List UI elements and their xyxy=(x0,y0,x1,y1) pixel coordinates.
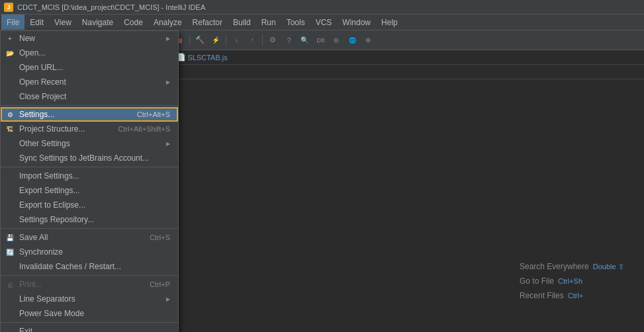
tool2[interactable]: ⚡ xyxy=(208,33,223,48)
go-to-file-label: Go to File xyxy=(520,276,554,286)
menu-item-save-all[interactable]: 💾 Save All Ctrl+S xyxy=(1,230,178,245)
print-icon: 🖨 xyxy=(5,279,15,290)
recent-files-hint: Recent Files Ctrl+ xyxy=(520,291,636,300)
menu-navigate[interactable]: Navigate xyxy=(77,15,118,30)
import-settings-label: Import Settings... xyxy=(19,171,79,181)
sep5 xyxy=(226,34,226,46)
menu-item-exit[interactable]: Exit xyxy=(1,324,178,332)
close-project-label: Close Project xyxy=(19,92,66,101)
help-btn[interactable]: ? xyxy=(281,33,296,48)
menu-file[interactable]: File xyxy=(1,15,24,30)
recent-files-label: Recent Files xyxy=(520,291,564,300)
open-label: Open... xyxy=(19,48,45,58)
open-recent-label: Open Recent xyxy=(19,77,66,87)
tool5[interactable]: ⊗ xyxy=(361,33,375,48)
recent-files-shortcut: Ctrl+ xyxy=(568,292,584,300)
menu-item-close-project[interactable]: Close Project xyxy=(1,89,178,104)
menu-item-synchronize[interactable]: 🔄 Synchronize xyxy=(1,245,178,259)
search-everywhere-hint: Search Everywhere Double ⇧ xyxy=(520,262,636,271)
new-label: New xyxy=(19,34,35,43)
sep4 xyxy=(1,275,178,276)
menu-item-open[interactable]: 📂 Open... xyxy=(1,46,178,60)
search-everywhere-label: Search Everywhere xyxy=(520,262,589,271)
invalidate-label: Invalidate Caches / Restart... xyxy=(19,262,121,271)
vcs-commit[interactable]: ↑ xyxy=(245,33,259,48)
menu-tools[interactable]: Tools xyxy=(281,15,310,30)
save-all-shortcut: Ctrl+S xyxy=(150,233,170,241)
menu-item-project-structure[interactable]: 🏗 Project Structure... Ctrl+Alt+Shift+S xyxy=(1,122,178,136)
db-btn[interactable]: DB xyxy=(313,33,328,48)
sep2 xyxy=(1,167,178,167)
menu-item-settings-repo[interactable]: Settings Repository... xyxy=(1,212,178,227)
menu-build[interactable]: Build xyxy=(228,15,256,30)
menu-item-line-separators[interactable]: Line Separators xyxy=(1,292,178,306)
menu-run[interactable]: Run xyxy=(256,15,281,30)
menu-item-export-settings[interactable]: Export Settings... xyxy=(1,183,178,198)
menu-vcs[interactable]: VCS xyxy=(310,15,338,30)
file-menu-dropdown: + New 📂 Open... Open URL... Open Recent … xyxy=(0,30,179,332)
app-icon: J xyxy=(4,3,13,12)
line-sep-label: Line Separators xyxy=(19,294,75,304)
save-all-label: Save All xyxy=(19,233,48,242)
export-settings-label: Export Settings... xyxy=(19,186,79,195)
sync-icon: 🔄 xyxy=(5,247,15,257)
open-icon: 📂 xyxy=(5,48,15,58)
menu-item-open-recent[interactable]: Open Recent xyxy=(1,75,178,89)
new-icon: + xyxy=(5,33,15,44)
menu-refactor[interactable]: Refactor xyxy=(187,15,228,30)
menu-item-other-settings[interactable]: Other Settings xyxy=(1,136,178,151)
keyboard-hints: Search Everywhere Double ⇧ Go to File Ct… xyxy=(512,257,644,306)
menu-item-import-settings[interactable]: Import Settings... xyxy=(1,169,178,183)
sep5 xyxy=(1,322,178,323)
menu-bar: File Edit View Navigate Code Analyze Ref… xyxy=(0,15,644,30)
synchronize-label: Synchronize xyxy=(19,247,63,257)
sync-settings-label: Sync Settings to JetBrains Account... xyxy=(19,153,149,163)
menu-item-new[interactable]: + New xyxy=(1,31,178,46)
tool4[interactable]: 🌐 xyxy=(345,33,359,48)
settings-repo-label: Settings Repository... xyxy=(19,215,94,224)
sep6 xyxy=(262,34,263,46)
print-shortcut: Ctrl+P xyxy=(150,280,170,288)
menu-item-power-save[interactable]: Power Save Mode xyxy=(1,306,178,321)
sep1 xyxy=(1,105,178,106)
menu-edit[interactable]: Edit xyxy=(24,15,49,30)
tool3[interactable]: ⊞ xyxy=(329,33,344,48)
window-title: CDCT_MCIS [D:\idea_project\CDCT_MCIS] - … xyxy=(17,3,205,11)
menu-window[interactable]: Window xyxy=(337,15,376,30)
menu-analyze[interactable]: Analyze xyxy=(148,15,187,30)
settings-btn[interactable]: ⚙ xyxy=(265,33,280,48)
export-eclipse-label: Export to Eclipse... xyxy=(19,200,85,210)
go-to-file-shortcut: Ctrl+Sh xyxy=(558,277,582,285)
go-to-file-hint: Go to File Ctrl+Sh xyxy=(520,276,636,286)
vcs-update[interactable]: ↓ xyxy=(229,33,244,48)
search-everywhere-shortcut: Double ⇧ xyxy=(593,263,624,271)
exit-label: Exit xyxy=(19,327,32,332)
save-all-icon: 💾 xyxy=(5,232,15,243)
find-btn[interactable]: 🔍 xyxy=(297,33,312,48)
project-structure-label: Project Structure... xyxy=(19,124,85,134)
project-structure-icon: 🏗 xyxy=(5,124,15,134)
menu-item-sync-settings[interactable]: Sync Settings to JetBrains Account... xyxy=(1,151,178,165)
settings-icon: ⚙ xyxy=(5,109,15,120)
settings-label: Settings... xyxy=(19,110,54,119)
open-url-label: Open URL... xyxy=(19,63,64,72)
menu-item-export-eclipse[interactable]: Export to Eclipse... xyxy=(1,198,178,212)
settings-shortcut: Ctrl+Alt+S xyxy=(137,110,170,118)
power-save-label: Power Save Mode xyxy=(19,309,84,318)
menu-item-invalidate[interactable]: Invalidate Caches / Restart... xyxy=(1,259,178,274)
sep3 xyxy=(1,228,178,229)
menu-item-print: 🖨 Print... Ctrl+P xyxy=(1,277,178,292)
project-structure-shortcut: Ctrl+Alt+Shift+S xyxy=(118,125,170,133)
breadcrumb-file[interactable]: SLSCTAB.js xyxy=(187,54,227,62)
build-btn[interactable]: 🔨 xyxy=(193,33,207,48)
menu-help[interactable]: Help xyxy=(376,15,403,30)
other-settings-label: Other Settings xyxy=(19,139,70,148)
menu-item-open-url[interactable]: Open URL... xyxy=(1,60,178,75)
sep4 xyxy=(189,34,190,46)
menu-view[interactable]: View xyxy=(49,15,77,30)
menu-code[interactable]: Code xyxy=(118,15,148,30)
title-bar: J CDCT_MCIS [D:\idea_project\CDCT_MCIS] … xyxy=(0,0,644,15)
print-label: Print... xyxy=(19,280,42,289)
menu-item-settings[interactable]: ⚙ Settings... Ctrl+Alt+S xyxy=(1,107,178,122)
